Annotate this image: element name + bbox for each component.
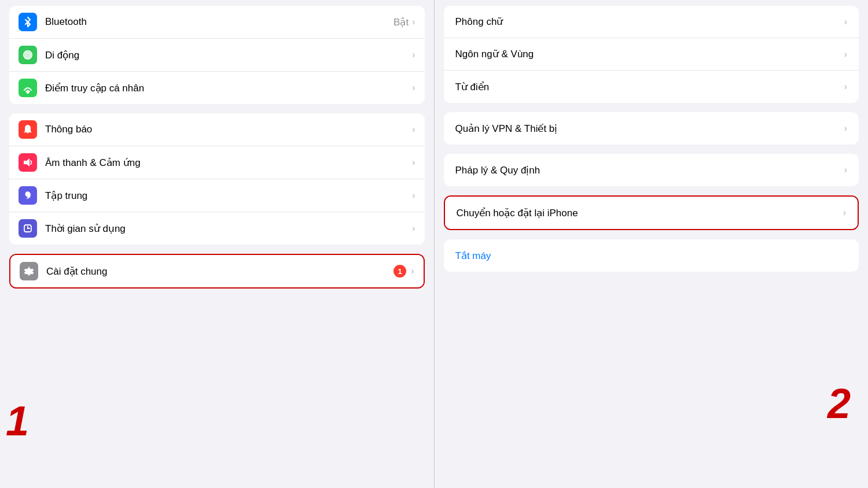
vpn-group: Quản lý VPN & Thiết bị › (444, 112, 859, 145)
transfer-reset-group: Chuyển hoặc đặt lại iPhone › (444, 195, 859, 230)
vpn-chevron: › (844, 123, 847, 134)
focus-icon (19, 186, 37, 205)
annotation-1: 1 (6, 400, 29, 442)
focus-row[interactable]: Tập trung › (9, 179, 425, 212)
svg-marker-4 (24, 158, 30, 167)
hotspot-icon (19, 79, 37, 97)
language-label: Ngôn ngữ & Vùng (455, 48, 844, 60)
sounds-icon (19, 153, 37, 172)
dictionary-row[interactable]: Từ điển › (444, 71, 859, 103)
transfer-reset-label: Chuyển hoặc đặt lại iPhone (457, 207, 843, 219)
right-panel: Phông chữ › Ngôn ngữ & Vùng › Từ điển › … (435, 0, 869, 488)
hotspot-chevron: › (412, 83, 415, 93)
general-settings-icon (20, 262, 38, 280)
bluetooth-value: Bật (393, 16, 409, 28)
legal-row[interactable]: Pháp lý & Quy định › (444, 154, 859, 186)
bluetooth-chevron: › (412, 17, 415, 27)
shutdown-label: Tắt máy (455, 250, 848, 262)
dictionary-chevron: › (844, 82, 847, 92)
focus-label: Tập trung (45, 190, 412, 202)
left-panel: Bluetooth Bật › Di động › (0, 0, 435, 488)
language-chevron: › (844, 49, 847, 60)
hotspot-row[interactable]: Điểm truy cập cá nhân › (9, 72, 425, 104)
cellular-label: Di động (45, 49, 412, 61)
general-settings-row[interactable]: Cài đặt chung 1 › (10, 255, 424, 287)
svg-point-2 (27, 54, 29, 56)
legal-group: Pháp lý & Quy định › (444, 154, 859, 186)
transfer-reset-row[interactable]: Chuyển hoặc đặt lại iPhone › (445, 197, 858, 229)
screentime-row[interactable]: Thời gian sử dụng › (9, 212, 425, 245)
sounds-chevron: › (412, 157, 415, 168)
legal-chevron: › (844, 165, 847, 175)
settings-badge: 1 (393, 265, 406, 278)
cellular-row[interactable]: Di động › (9, 39, 425, 72)
focus-chevron: › (412, 190, 415, 201)
svg-point-3 (27, 92, 28, 93)
language-group: Phông chữ › Ngôn ngữ & Vùng › Từ điển › (444, 6, 859, 103)
general-settings-chevron: › (411, 266, 414, 276)
general-settings-label: Cài đặt chung (46, 265, 393, 278)
sounds-row[interactable]: Âm thanh & Cảm ứng › (9, 146, 425, 179)
annotation-2: 2 (827, 383, 851, 424)
cellular-chevron: › (412, 50, 415, 60)
hotspot-label: Điểm truy cập cá nhân (45, 82, 412, 94)
transfer-reset-chevron: › (843, 208, 846, 218)
legal-label: Pháp lý & Quy định (455, 164, 844, 176)
vpn-label: Quản lý VPN & Thiết bị (455, 123, 844, 135)
sounds-label: Âm thanh & Cảm ứng (45, 157, 412, 169)
connectivity-group: Bluetooth Bật › Di động › (9, 6, 425, 104)
bluetooth-icon (19, 13, 37, 31)
bluetooth-row[interactable]: Bluetooth Bật › (9, 6, 425, 39)
cellular-icon (19, 46, 37, 64)
font-chevron: › (844, 17, 847, 27)
shutdown-row[interactable]: Tắt máy (444, 239, 859, 272)
language-row[interactable]: Ngôn ngữ & Vùng › (444, 38, 859, 71)
screentime-label: Thời gian sử dụng (45, 223, 412, 235)
notifications-row[interactable]: Thông báo › (9, 113, 425, 146)
shutdown-group: Tắt máy (444, 239, 859, 272)
screentime-icon (19, 219, 37, 238)
general-settings-group: Cài đặt chung 1 › (9, 254, 425, 289)
vpn-row[interactable]: Quản lý VPN & Thiết bị › (444, 112, 859, 145)
svg-point-1 (25, 53, 31, 58)
dictionary-label: Từ điển (455, 81, 844, 93)
notifications-group: Thông báo › Âm thanh & Cảm ứng › Tập tru… (9, 113, 425, 245)
notifications-icon (19, 120, 37, 139)
font-label: Phông chữ (455, 16, 844, 28)
font-row[interactable]: Phông chữ › (444, 6, 859, 38)
notifications-chevron: › (412, 124, 415, 135)
bluetooth-label: Bluetooth (45, 16, 393, 28)
notifications-label: Thông báo (45, 124, 412, 135)
screentime-chevron: › (412, 223, 415, 234)
